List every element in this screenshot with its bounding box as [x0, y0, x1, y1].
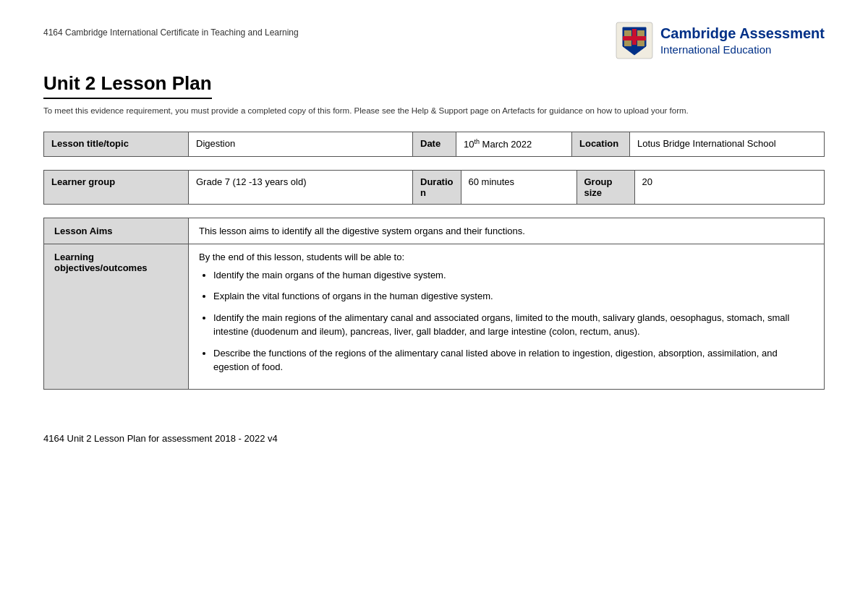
objectives-intro: By the end of this lesson, students will… — [199, 252, 404, 262]
lesson-info-table: Lesson title/topic Digestion Date 10th M… — [43, 132, 825, 156]
svg-rect-4 — [637, 30, 644, 36]
date-value: 10th March 2022 — [456, 132, 572, 156]
location-value: Lotus Bridge International School — [630, 132, 825, 156]
footer-text: 4164 Unit 2 Lesson Plan for assessment 2… — [43, 433, 278, 444]
objective-item-1: Identify the main organs of the human di… — [213, 268, 814, 283]
aims-table: Lesson Aims This lesson aims to identify… — [43, 218, 825, 390]
duration-label: Duration — [413, 170, 461, 204]
objectives-label: Learning objectives/outcomes — [44, 244, 189, 389]
aims-label: Lesson Aims — [44, 218, 189, 244]
learner-info-row: Learner group Grade 7 (12 -13 years old)… — [44, 170, 825, 204]
logo-area: Cambridge Assessment International Educa… — [616, 22, 825, 59]
group-size-label: Groupsize — [576, 170, 634, 204]
lesson-title-value: Digestion — [189, 132, 413, 156]
svg-rect-5 — [624, 40, 631, 46]
learner-group-value: Grade 7 (12 -13 years old) — [189, 170, 413, 204]
aims-row: Lesson Aims This lesson aims to identify… — [44, 218, 825, 244]
svg-rect-3 — [624, 30, 631, 36]
objectives-content: By the end of this lesson, students will… — [189, 244, 825, 389]
logo-line2: International Education — [660, 43, 825, 57]
learner-group-label: Learner group — [44, 170, 189, 204]
duration-value: 60 minutes — [461, 170, 576, 204]
lesson-info-row: Lesson title/topic Digestion Date 10th M… — [44, 132, 825, 156]
logo-line1: Cambridge Assessment — [660, 24, 825, 43]
svg-rect-2 — [623, 36, 646, 40]
date-label: Date — [413, 132, 456, 156]
cambridge-shield-icon — [616, 22, 653, 59]
aims-value: This lesson aims to identify all the dig… — [189, 218, 825, 244]
location-label: Location — [572, 132, 630, 156]
logo-text: Cambridge Assessment International Educa… — [660, 24, 825, 57]
objectives-list: Identify the main organs of the human di… — [213, 268, 814, 374]
objectives-row: Learning objectives/outcomes By the end … — [44, 244, 825, 389]
page-subtitle: To meet this evidence requirement, you m… — [43, 105, 825, 117]
footer: 4164 Unit 2 Lesson Plan for assessment 2… — [43, 433, 825, 444]
svg-rect-6 — [637, 40, 644, 46]
objective-item-3: Identify the main regions of the aliment… — [213, 311, 814, 339]
page-header: 4164 Cambridge International Certificate… — [43, 22, 825, 59]
learner-info-table: Learner group Grade 7 (12 -13 years old)… — [43, 170, 825, 205]
cert-label: 4164 Cambridge International Certificate… — [43, 22, 299, 38]
lesson-title-label: Lesson title/topic — [44, 132, 189, 156]
group-size-value: 20 — [634, 170, 825, 204]
objective-item-2: Explain the vital functions of organs in… — [213, 289, 814, 304]
date-superscript: th — [474, 138, 480, 145]
objective-item-4: Describe the functions of the regions of… — [213, 346, 814, 374]
page-title: Unit 2 Lesson Plan — [43, 72, 825, 105]
